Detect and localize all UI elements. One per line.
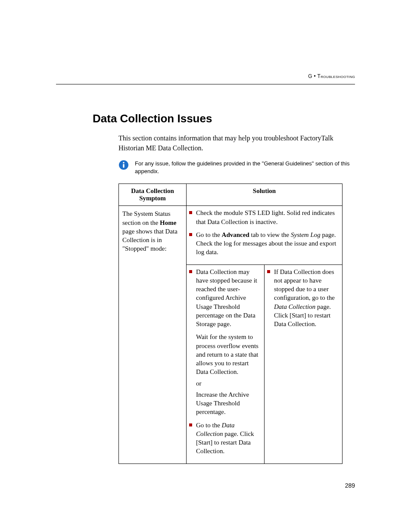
symptom-text-bold: Home: [160, 219, 176, 226]
svg-rect-2: [123, 164, 124, 168]
solution-subtext: or: [196, 379, 262, 388]
solution-bullet: Data Collection may have stopped because…: [189, 268, 262, 417]
solution-text: Go to the: [196, 422, 222, 429]
solution-top-cell: Check the module STS LED light. Solid re…: [187, 206, 342, 264]
symptom-cell: The System Status section on the Home pa…: [119, 206, 187, 464]
symptom-text-2: page shows that Data Collection is in "S…: [122, 228, 177, 252]
solution-text: Data Collection may have stopped because…: [196, 268, 257, 328]
header-title: Troubleshooting: [318, 73, 355, 79]
solution-bottom-cell: Data Collection may have stopped because…: [187, 264, 342, 464]
solution-right-column: If Data Collection does not appear to ha…: [264, 265, 342, 464]
svg-point-1: [123, 162, 125, 164]
solution-bullet: Go to the Advanced tab to view the Syste…: [189, 230, 339, 257]
document-page: G • Troubleshooting Data Collection Issu…: [0, 0, 411, 532]
solution-subtext: Wait for the system to process overflow …: [196, 333, 262, 376]
header-prefix: G •: [308, 73, 317, 79]
solution-text: If Data Collection does not appear to ha…: [274, 268, 335, 302]
section-title: Data Collection Issues: [93, 112, 355, 125]
solution-text-bold: Advanced: [222, 231, 249, 238]
solution-subtext: Increase the Archive Usage Threshold per…: [196, 390, 262, 417]
table-header-symptom: Data Collection Symptom: [119, 184, 187, 206]
solution-text: tab to view the: [249, 231, 291, 238]
solution-text-italic: System Log: [291, 231, 321, 238]
note-text: For any issue, follow the guidelines pro…: [135, 160, 355, 175]
solution-text: Go to the: [196, 231, 222, 238]
solution-bullet: If Data Collection does not appear to ha…: [267, 268, 339, 329]
solution-bullet: Check the module STS LED light. Solid re…: [189, 208, 339, 226]
page-number: 289: [345, 482, 355, 489]
troubleshooting-table: Data Collection Symptom Solution The Sys…: [118, 184, 342, 464]
header-rule: [56, 84, 355, 84]
running-header: G • Troubleshooting: [308, 73, 355, 79]
section-intro: This section contains information that m…: [118, 133, 355, 153]
solution-text-italic: Data Collection: [274, 303, 315, 310]
table-header-solution: Solution: [187, 184, 342, 206]
note-block: For any issue, follow the guidelines pro…: [118, 160, 355, 175]
info-icon: [118, 160, 129, 170]
solution-bullet: Go to the Data Collection page. Click [S…: [189, 421, 262, 456]
solution-left-column: Data Collection may have stopped because…: [187, 265, 264, 464]
